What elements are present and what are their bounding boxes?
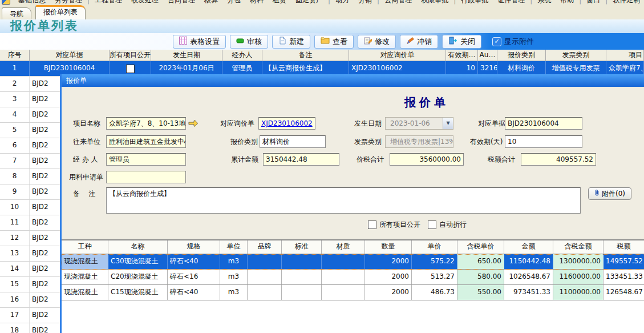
row-seq: 8	[0, 169, 30, 184]
view-button[interactable]: 查看	[314, 35, 354, 49]
list-column-header[interactable]: 发票类别	[546, 50, 606, 61]
show-attachment-label: 显示附件	[504, 37, 534, 47]
detail-cell	[248, 254, 282, 269]
list-column-header[interactable]: 对应单据	[30, 50, 110, 61]
menu-item-11[interactable]: 动力	[331, 0, 354, 5]
menu-item-20[interactable]: 软件定制	[608, 0, 644, 5]
row-seq: 4	[0, 107, 30, 122]
detail-column-header[interactable]: 材质	[322, 240, 365, 254]
detail-column-header[interactable]: 单价	[412, 240, 457, 254]
page-title: 报价单列表	[10, 18, 79, 34]
menu-item-10[interactable]: 固定资产	[291, 0, 327, 5]
detail-cell: 2000	[365, 285, 412, 300]
remark-textarea[interactable]: 【从云商报价生成】	[106, 187, 581, 214]
row-seq: 12	[0, 231, 30, 246]
project-name-input[interactable]: 众凯学府7、8、10-13地下	[106, 117, 186, 130]
dialog-body: 报价单 项目名称 众凯学府7、8、10-13地下 对应询价单 XJD230106…	[62, 87, 644, 333]
menu-item-19[interactable]: 窗口	[582, 0, 605, 5]
menu-item-13[interactable]: 云商管理	[380, 0, 416, 5]
detail-row[interactable]: 现浇混凝土C20现浇混凝土碎石<16m32000513.27580.001026…	[62, 270, 644, 285]
date-dropdown[interactable]: 2023-01-06▼	[385, 117, 453, 130]
menu-item-2[interactable]: 劳务管理	[50, 0, 87, 5]
tax-total-input[interactable]: 409557.52	[521, 153, 596, 166]
dropdown-arrow-icon[interactable]: ▼	[443, 118, 453, 129]
list-column-header[interactable]: 序号	[0, 50, 30, 61]
show-attachment-toggle[interactable]: ✓ 显示附件	[492, 37, 534, 47]
auto-wrap-checkbox[interactable]: 自动折行	[428, 220, 467, 230]
menu-item-6[interactable]: 核算	[200, 0, 222, 5]
detail-column-header[interactable]: 数量	[365, 240, 412, 254]
detail-column-header[interactable]: 工种	[62, 240, 108, 254]
menu-item-16[interactable]: 证件管理	[493, 0, 529, 5]
invoice-value: 增值税专用发票|13%	[388, 136, 453, 147]
menu-item-14[interactable]: 权限审批	[416, 0, 453, 5]
menu-item-8[interactable]: 材料	[245, 0, 268, 5]
list-column-header[interactable]: 备注	[262, 50, 349, 61]
unchecked-checkbox-icon	[126, 65, 135, 73]
quote-detail-table: 工种名称规格单位品牌标准材质数量单价含税单价金额含税金额税额 现浇混凝土C30现…	[62, 239, 644, 333]
hand-pointer-icon[interactable]	[188, 117, 200, 130]
vendor-input[interactable]: 胜利油田建筑五金批发中心	[106, 135, 186, 148]
detail-column-header[interactable]: 标准	[282, 240, 322, 254]
inquiry-link[interactable]: XJD230106002	[261, 119, 313, 127]
row-seq: 14	[0, 262, 30, 276]
remark-label: 备 注	[73, 189, 95, 199]
menu-item-17[interactable]: 系统	[533, 0, 556, 5]
menu-item-3[interactable]: 工程管理	[90, 0, 127, 5]
list-column-header[interactable]: 对应询价单	[349, 50, 446, 61]
detail-column-header[interactable]: 单位	[220, 240, 248, 254]
row-seq: 5	[0, 123, 30, 138]
menu-item-7[interactable]: 分包	[222, 0, 245, 5]
close-button[interactable]: 关闭	[442, 35, 481, 49]
detail-cell	[322, 285, 365, 300]
detail-column-header[interactable]: 金额	[504, 240, 553, 254]
list-column-header[interactable]: 项目	[606, 50, 644, 61]
list-column-header[interactable]: 所有项目公开	[110, 50, 151, 61]
material-request-input[interactable]	[106, 171, 186, 183]
quote-type-input[interactable]: 材料询价	[260, 135, 326, 148]
invoice-dropdown[interactable]: 增值税专用发票|13%∨	[385, 135, 453, 148]
audit-button[interactable]: 审核	[230, 35, 268, 49]
detail-cell	[282, 285, 322, 300]
doc-input[interactable]: BJD230106004	[505, 117, 582, 130]
close-label: 关闭	[460, 37, 475, 47]
row-seq: 17	[0, 308, 30, 323]
total-with-tax-input[interactable]: 3560000.00	[390, 153, 464, 166]
modify-button[interactable]: 修改	[358, 35, 396, 49]
writeoff-button[interactable]: 冲销	[400, 35, 438, 49]
detail-column-header[interactable]: 名称	[108, 240, 168, 254]
detail-column-header[interactable]: 规格	[168, 240, 220, 254]
detail-column-header[interactable]: 税额	[604, 240, 644, 254]
validity-input[interactable]: 10	[505, 135, 582, 148]
unchecked-checkbox-icon	[428, 220, 436, 229]
menu-item-4[interactable]: 收发处理	[127, 0, 163, 5]
list-column-header[interactable]: 经办人	[222, 50, 262, 61]
menu-item-15[interactable]: 行政审批	[456, 0, 493, 5]
list-column-header[interactable]: Au…	[478, 50, 497, 61]
menu-item-18[interactable]: 帮助	[556, 0, 578, 5]
table-settings-button[interactable]: 表格设置	[173, 35, 226, 49]
list-column-header[interactable]: 发生日期	[151, 50, 222, 61]
detail-column-header[interactable]: 品牌	[248, 240, 282, 254]
operator-input[interactable]: 管理员	[106, 153, 186, 166]
menu-item-1[interactable]: 基础信息	[14, 0, 50, 5]
edit-notepad-icon	[364, 37, 372, 46]
detail-row[interactable]: 现浇混凝土C15现浇混凝土碎石<40m32000486.73550.009734…	[62, 285, 644, 300]
tab-quote-list[interactable]: 报价单列表	[35, 5, 86, 19]
new-button[interactable]: 新建	[272, 35, 310, 49]
detail-column-header[interactable]: 含税金额	[553, 240, 604, 254]
detail-row[interactable]: 现浇混凝土C30现浇混凝土碎石<40m32000575.22650.001150…	[62, 254, 644, 270]
menu-item-12[interactable]: 分销	[354, 0, 376, 5]
dialog-titlebar[interactable]: 报价单	[62, 74, 644, 87]
list-column-header[interactable]: 有效期…	[446, 50, 478, 61]
menu-item-9[interactable]: 租赁	[268, 0, 291, 5]
detail-column-header[interactable]: 含税单价	[457, 240, 504, 254]
public-all-checkbox[interactable]: 所有项目公开	[368, 220, 420, 230]
detail-cell: m3	[220, 254, 248, 269]
new-label: 新建	[289, 37, 304, 47]
detail-cell: m3	[220, 285, 248, 300]
attachment-button[interactable]: 附件(0)	[588, 187, 631, 200]
list-column-header[interactable]: 报价类别	[497, 50, 546, 61]
menu-item-5[interactable]: 合同管理	[163, 0, 200, 5]
total-input[interactable]: 3150442.48	[263, 153, 339, 166]
